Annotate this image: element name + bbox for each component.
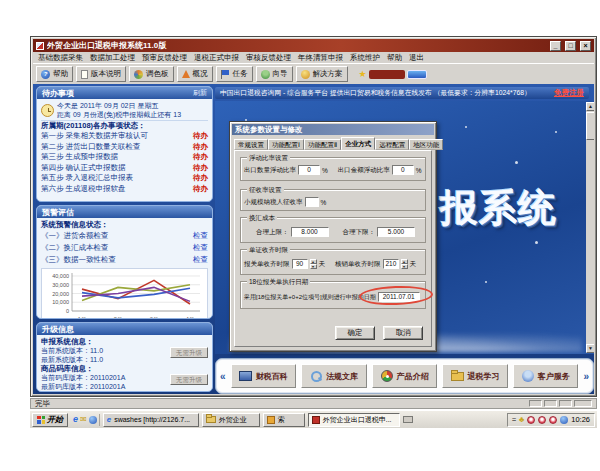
ad-link[interactable]: 免费注册 bbox=[554, 88, 584, 98]
status-icon bbox=[182, 70, 190, 78]
no-upgrade-button[interactable]: 无需升级 bbox=[170, 374, 208, 385]
todo-step[interactable]: 第四步 确认正式申报数据待办 bbox=[41, 163, 208, 174]
wizard-button[interactable]: 向导 bbox=[256, 66, 293, 82]
vendor-logo[interactable]: ★ bbox=[359, 70, 427, 79]
palette-button[interactable]: 调色板 bbox=[129, 66, 174, 82]
amt-ratio-input[interactable]: 0 bbox=[392, 165, 414, 175]
version-notes-button[interactable]: 版本说明 bbox=[76, 66, 126, 82]
ok-button[interactable]: 确定 bbox=[335, 326, 375, 340]
todo-step[interactable]: 第二步 进货出口数量关联检查待办 bbox=[41, 142, 208, 153]
help-button[interactable]: 帮助 bbox=[36, 66, 73, 82]
refresh-link[interactable]: 刷新 bbox=[193, 88, 207, 98]
tab-enterprise-mode[interactable]: 企业方式 bbox=[341, 137, 375, 150]
spinner-control[interactable]: ▴▾ bbox=[401, 259, 408, 269]
service-icon bbox=[522, 370, 534, 382]
taskbar-item-tax-app[interactable]: 外贸企业出口退税申... bbox=[308, 413, 400, 427]
flag-icon bbox=[221, 70, 230, 79]
todo-step[interactable]: 第一步 采集相关数据并审核认可待办 bbox=[41, 131, 208, 142]
tab-region-function[interactable]: 地区功能 bbox=[409, 139, 443, 150]
levy-rate-input[interactable] bbox=[305, 197, 319, 207]
vertical-scrollbar[interactable]: ▲ ▼ bbox=[586, 102, 594, 353]
law-library-icon bbox=[310, 370, 322, 382]
check-link[interactable]: 检查 bbox=[193, 254, 208, 266]
menu-item-base-data[interactable]: 基础数据采集 bbox=[38, 53, 83, 63]
status-badge: 待办 bbox=[193, 184, 208, 195]
main-content: 待办事项 刷新 今天是 2011年 09月 02日 星期五 距离 09 月份退(… bbox=[33, 84, 594, 394]
doc-time-limit-group: 单证收齐时限 报关单收齐时限 90 ▴▾ 天 核销单收齐时限 210 ▴▾ 天 bbox=[240, 249, 426, 275]
prev-arrow-icon[interactable]: « bbox=[220, 371, 226, 382]
spin-down-icon[interactable]: ▾ bbox=[310, 264, 317, 269]
menu-item-formal-declare[interactable]: 退税正式申报 bbox=[194, 53, 239, 63]
dialog-tabs: 常规设置 功能配置Ⅰ 功能配置Ⅱ 企业方式 远程配置 地区功能 bbox=[234, 137, 432, 150]
close-button[interactable]: × bbox=[580, 41, 591, 51]
tool-bar: 帮助 版本说明 调色板 概况 任务 向导 解决方案 ★ bbox=[33, 63, 594, 84]
show-desktop-icon[interactable] bbox=[89, 416, 97, 424]
scroll-up-icon[interactable]: ▲ bbox=[586, 102, 594, 111]
tab-remote-config[interactable]: 远程配置 bbox=[375, 139, 409, 150]
product-intro-button[interactable]: 产品介绍 bbox=[372, 364, 438, 388]
menu-item-exit[interactable]: 退出 bbox=[409, 53, 424, 63]
printer-icon[interactable] bbox=[403, 416, 413, 423]
check-link[interactable]: 检查 bbox=[193, 230, 208, 242]
qty-ratio-input[interactable]: 0 bbox=[298, 165, 320, 175]
taskbar-item-document[interactable]: 索 bbox=[263, 413, 305, 427]
todo-step[interactable]: 第三步 生成预申报数据待办 bbox=[41, 152, 208, 163]
clover-icon[interactable]: ♣ bbox=[519, 416, 524, 424]
maximize-button[interactable]: □ bbox=[565, 41, 576, 51]
study-button[interactable]: 退税学习 bbox=[442, 364, 508, 388]
scrollbar-thumb[interactable] bbox=[586, 112, 594, 140]
menu-item-help[interactable]: 帮助 bbox=[387, 53, 402, 63]
upgrade-panel-title: 升级信息 bbox=[42, 324, 74, 335]
law-library-button[interactable]: 法规文库 bbox=[301, 364, 367, 388]
tasks-button[interactable]: 任务 bbox=[216, 66, 253, 82]
upper-limit-input[interactable]: 8.000 bbox=[291, 227, 329, 237]
messenger-icon[interactable] bbox=[560, 416, 568, 424]
no-upgrade-button[interactable]: 无需升级 bbox=[170, 347, 208, 358]
menu-item-review-feedback[interactable]: 审核反馈处理 bbox=[246, 53, 291, 63]
period-line: 所属期(201108)各办事项状态： bbox=[41, 121, 208, 131]
cancel-button[interactable]: 取消 bbox=[383, 326, 423, 340]
wizard-icon bbox=[261, 70, 270, 79]
start-button[interactable]: 开始 bbox=[32, 413, 68, 427]
qq-icon[interactable] bbox=[549, 416, 557, 424]
dialog-tab-page: 浮动比率设置 出口数量浮动比率 0 % 出口金额浮动比率 0 % 征收率设置 bbox=[234, 150, 432, 347]
status-badge: 待办 bbox=[193, 163, 208, 174]
check-link[interactable]: 检查 bbox=[193, 242, 208, 254]
palette-icon bbox=[134, 70, 143, 79]
qq-icon[interactable] bbox=[527, 416, 535, 424]
spinner-control[interactable]: ▴▾ bbox=[310, 259, 317, 269]
lower-limit-input[interactable]: 5.000 bbox=[377, 227, 415, 237]
writeoff-days-input[interactable]: 210 bbox=[383, 259, 399, 269]
menu-item-year-end[interactable]: 年终清算申报 bbox=[298, 53, 343, 63]
menu-item-maintenance[interactable]: 系统维护 bbox=[350, 53, 380, 63]
customs-days-input[interactable]: 90 bbox=[292, 259, 308, 269]
today-line: 今天是 2011年 09月 02日 星期五 bbox=[57, 101, 181, 110]
svg-text:1月: 1月 bbox=[78, 316, 87, 319]
svg-text:4月: 4月 bbox=[186, 316, 195, 319]
todo-step[interactable]: 第六步 生成退税申报软盘待办 bbox=[41, 184, 208, 195]
tab-general[interactable]: 常规设置 bbox=[234, 139, 268, 150]
clock-icon bbox=[41, 104, 54, 117]
todo-panel: 待办事项 刷新 今天是 2011年 09月 02日 星期五 距离 09 月份退(… bbox=[36, 86, 213, 202]
scroll-down-icon[interactable]: ▼ bbox=[586, 344, 594, 353]
overview-button[interactable]: 概况 bbox=[177, 66, 213, 82]
window-title: 外贸企业出口退税申报系统11.0版 bbox=[47, 40, 546, 51]
todo-step[interactable]: 第五步 录入退税汇总申报表待办 bbox=[41, 173, 208, 184]
sync-icon[interactable]: = bbox=[512, 416, 516, 423]
tab-function1[interactable]: 功能配置Ⅰ bbox=[268, 139, 304, 150]
tab-function2[interactable]: 功能配置Ⅱ bbox=[304, 139, 341, 150]
customer-service-button[interactable]: 客户服务 bbox=[513, 364, 579, 388]
taskbar-item-browser[interactable]: e swashes [http://2126.7... bbox=[103, 413, 199, 427]
mail-icon[interactable]: ✉ bbox=[80, 416, 87, 424]
declare-info-title: 申报系统信息： bbox=[41, 337, 208, 346]
minimize-button[interactable]: _ bbox=[550, 41, 561, 51]
ie-icon[interactable]: e bbox=[73, 415, 78, 424]
encyclopedia-button[interactable]: 财税百科 bbox=[231, 364, 297, 388]
menu-item-pre-review[interactable]: 预审反馈处理 bbox=[142, 53, 187, 63]
menu-item-data-process[interactable]: 数据加工处理 bbox=[90, 53, 135, 63]
solution-button[interactable]: 解决方案 bbox=[296, 66, 348, 82]
taskbar-item-folder[interactable]: 外贸企业 bbox=[202, 413, 260, 427]
spin-down-icon[interactable]: ▾ bbox=[401, 264, 408, 269]
next-arrow-icon[interactable]: » bbox=[583, 371, 589, 382]
qq-icon[interactable] bbox=[538, 416, 546, 424]
